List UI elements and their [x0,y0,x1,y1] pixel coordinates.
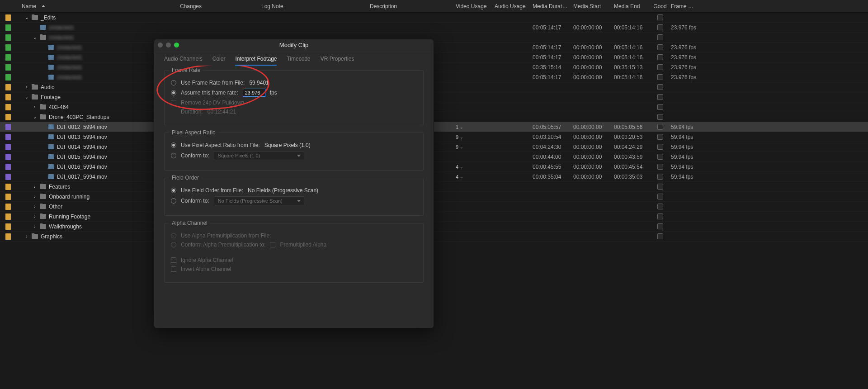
chevron-down-icon[interactable]: ⌄ [24,95,29,100]
label-swatch[interactable] [5,24,11,31]
good-checkbox[interactable] [657,54,663,60]
bin-row[interactable]: ⌄Footage [0,92,868,102]
good-checkbox[interactable] [657,44,663,50]
name-cell[interactable]: ⌄(redacted) [19,34,177,41]
clip-row[interactable]: ›DJI_0014_5994.mov9⌄00:04:24:3000:00:00:… [0,142,868,152]
header-name[interactable]: Name [19,3,177,9]
tab-color[interactable]: Color [212,56,226,66]
tab-audio-channels[interactable]: Audio Channels [164,56,203,66]
chevron-down-icon[interactable]: ⌄ [24,15,29,20]
good-checkbox[interactable] [657,174,663,180]
good-checkbox[interactable] [657,223,663,229]
clip-row[interactable]: ›DJI_0016_5994.mov4⌄00:00:45:5500:00:00:… [0,162,868,172]
header-description[interactable]: Description [367,3,453,9]
label-swatch[interactable] [5,14,11,21]
good-checkbox[interactable] [657,104,663,110]
bin-row[interactable]: ›Graphics [0,232,868,242]
bin-row[interactable]: ›Audio [0,82,868,92]
assume-frame-rate-input[interactable] [243,89,265,97]
bin-row[interactable]: ⌄Drone_403PC_Standups [0,112,868,122]
conform-pixel-aspect-row[interactable]: Conform to: Square Pixels (1.0) [171,151,417,160]
label-swatch[interactable] [5,194,11,200]
good-checkbox[interactable] [657,233,663,239]
bin-row[interactable]: ›403-464 [0,102,868,112]
video-usage-cell[interactable]: 1⌄ [453,124,492,130]
tab-vr-properties[interactable]: VR Properties [321,56,354,66]
radio-icon[interactable] [171,198,176,204]
good-checkbox[interactable] [657,74,663,80]
label-swatch[interactable] [5,164,11,170]
video-usage-cell[interactable]: 4⌄ [453,164,492,170]
good-checkbox[interactable] [657,164,663,170]
good-checkbox[interactable] [657,124,663,130]
bin-row[interactable]: ›Running Footage [0,212,868,222]
label-swatch[interactable] [5,144,11,150]
label-swatch[interactable] [5,74,11,81]
chevron-right-icon[interactable]: › [33,105,37,109]
good-checkbox[interactable] [657,114,663,120]
clip-row[interactable]: ›DJI_0013_5994.mov9⌄00:03:20:5400:00:00:… [0,132,868,142]
label-swatch[interactable] [5,34,11,41]
use-pixel-aspect-from-file-row[interactable]: Use Pixel Aspect Ratio from File: Square… [171,142,417,148]
conform-pixel-aspect-select[interactable]: Square Pixels (1.0) [214,151,304,160]
label-swatch[interactable] [5,233,11,240]
label-swatch[interactable] [5,104,11,110]
clip-row[interactable]: ›DJI_0017_5994.mov4⌄00:00:35:0400:00:00:… [0,172,868,182]
radio-icon[interactable] [171,188,176,193]
video-usage-cell[interactable]: 9⌄ [453,144,492,150]
clip-row[interactable]: ›(redacted)00:05:14:1700:00:00:0000:05:1… [0,43,868,52]
good-checkbox[interactable] [657,24,663,30]
chevron-right-icon[interactable]: › [33,214,37,219]
good-checkbox[interactable] [657,84,663,90]
clip-row[interactable]: ›(redacted)00:35:15:1400:00:00:0000:35:1… [0,62,868,72]
label-swatch[interactable] [5,94,11,100]
good-checkbox[interactable] [657,154,663,160]
label-swatch[interactable] [5,204,11,210]
chevron-right-icon[interactable]: › [33,194,37,199]
label-swatch[interactable] [5,124,11,130]
label-swatch[interactable] [5,154,11,160]
name-cell[interactable]: ⌄_Edits [19,14,177,21]
radio-icon[interactable] [171,80,176,85]
good-checkbox[interactable] [657,34,663,40]
chevron-right-icon[interactable]: › [33,204,37,209]
conform-field-order-row[interactable]: Conform to: No Fields (Progressive Scan) [171,196,417,205]
clip-row[interactable]: ›(redacted)00:05:14:1700:00:00:0000:05:1… [0,23,868,33]
label-swatch[interactable] [5,44,11,51]
good-checkbox[interactable] [657,204,663,209]
good-checkbox[interactable] [657,194,663,199]
good-checkbox[interactable] [657,134,663,140]
radio-icon[interactable] [171,90,176,95]
conform-field-order-select[interactable]: No Fields (Progressive Scan) [214,196,304,205]
clip-row[interactable]: ›DJI_0012_5994.mov1⌄00:05:05:5700:00:00:… [0,122,868,132]
good-checkbox[interactable] [657,64,663,70]
clip-row[interactable]: ›(redacted)00:05:14:1700:00:00:0000:05:1… [0,52,868,62]
video-usage-cell[interactable]: 4⌄ [453,174,492,180]
radio-icon[interactable] [171,153,176,158]
chevron-right-icon[interactable]: › [33,185,37,189]
good-checkbox[interactable] [657,14,663,20]
chevron-right-icon[interactable]: › [24,234,29,239]
label-swatch[interactable] [5,54,11,61]
chevron-down-icon[interactable]: ⌄ [33,115,37,119]
label-swatch[interactable] [5,134,11,140]
label-swatch[interactable] [5,64,11,71]
header-changes[interactable]: Changes [177,3,259,9]
bin-row[interactable]: ›Onboard running [0,192,868,202]
use-field-order-from-file-row[interactable]: Use Field Order from File: No Fields (Pr… [171,187,417,194]
header-lognote[interactable]: Log Note [259,3,367,9]
bin-row[interactable]: ›Other [0,202,868,212]
bin-row[interactable]: ⌄(redacted) [0,33,868,43]
label-swatch[interactable] [5,223,11,230]
label-swatch[interactable] [5,184,11,190]
header-media-end[interactable]: Media End [611,3,652,9]
header-audio-usage[interactable]: Audio Usage [492,3,530,9]
bin-row[interactable]: ⌄_Edits [0,13,868,23]
chevron-down-icon[interactable]: ⌄ [33,35,37,40]
label-swatch[interactable] [5,84,11,90]
clip-row[interactable]: ›DJI_0015_5994.mov00:00:44:0000:00:00:00… [0,152,868,162]
label-swatch[interactable] [5,213,11,220]
bin-row[interactable]: ›Walkthroughs [0,222,868,232]
radio-icon[interactable] [171,142,176,148]
name-cell[interactable]: ›(redacted) [19,24,177,31]
